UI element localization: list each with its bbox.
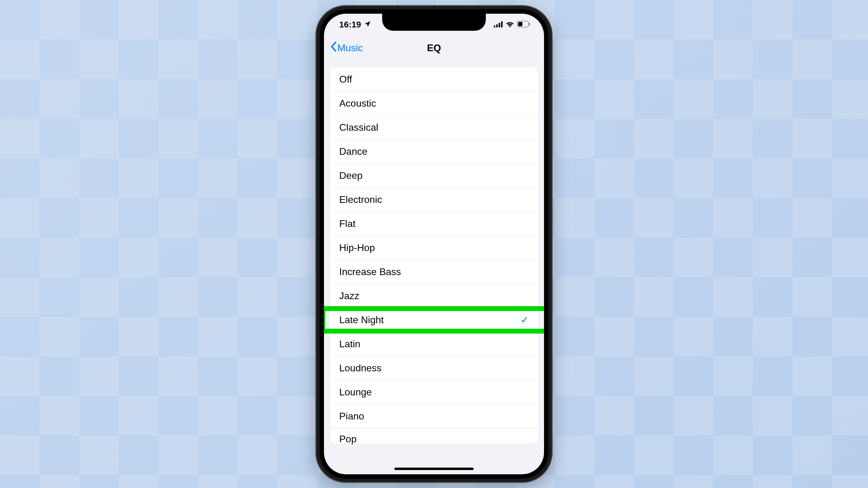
eq-option-label: Hip-Hop — [339, 242, 375, 254]
svg-rect-3 — [501, 21, 503, 27]
eq-option-row[interactable]: Classical — [330, 116, 538, 139]
cellular-signal-icon — [494, 20, 503, 30]
eq-option-label: Flat — [339, 218, 355, 229]
eq-option-row[interactable]: Hip-Hop — [330, 236, 538, 260]
status-time: 16:19 — [339, 20, 361, 30]
chevron-left-icon — [330, 41, 337, 54]
location-icon — [364, 20, 371, 30]
back-button[interactable]: Music — [330, 41, 363, 54]
eq-option-row[interactable]: Deep — [330, 164, 538, 188]
svg-rect-6 — [529, 23, 530, 25]
navigation-bar: Music EQ — [324, 36, 544, 60]
eq-option-label: Deep — [339, 170, 363, 181]
home-indicator[interactable] — [394, 467, 474, 470]
eq-option-label: Acoustic — [339, 98, 376, 109]
eq-option-label: Jazz — [339, 290, 359, 301]
eq-option-row[interactable]: Lounge — [330, 380, 538, 404]
eq-option-row[interactable]: Off — [330, 67, 538, 91]
eq-option-row[interactable]: Loudness — [330, 356, 538, 380]
eq-option-row[interactable]: Latin — [330, 332, 538, 356]
eq-option-label: Classical — [339, 122, 378, 133]
back-label: Music — [337, 42, 363, 54]
status-bar-right — [494, 20, 530, 30]
eq-option-row[interactable]: Increase Bass — [330, 260, 538, 284]
svg-rect-0 — [494, 26, 495, 27]
eq-option-row[interactable]: Jazz — [330, 284, 538, 308]
phone-screen: 16:19 — [324, 14, 544, 474]
eq-option-row[interactable]: Piano — [330, 404, 538, 428]
page-title: EQ — [427, 42, 441, 54]
phone-device-frame: 16:19 — [317, 6, 551, 482]
eq-option-label: Off — [339, 74, 352, 85]
eq-option-row[interactable]: Acoustic — [330, 91, 538, 116]
eq-option-label: Lounge — [339, 387, 372, 398]
eq-option-label: Latin — [339, 338, 360, 350]
wifi-icon — [506, 20, 514, 30]
svg-rect-1 — [496, 24, 498, 27]
checkmark-icon: ✓ — [521, 314, 529, 326]
phone-notch — [382, 14, 486, 31]
eq-option-label: Late Night — [339, 314, 384, 326]
eq-option-label: Pop — [339, 433, 356, 445]
settings-content: OffAcousticClassicalDanceDeepElectronicF… — [324, 60, 544, 444]
eq-option-row[interactable]: Flat — [330, 212, 538, 236]
eq-option-row[interactable]: Late Night✓ — [330, 308, 538, 332]
eq-option-label: Electronic — [339, 194, 382, 205]
eq-options-list: OffAcousticClassicalDanceDeepElectronicF… — [330, 67, 538, 444]
svg-rect-2 — [499, 23, 500, 27]
battery-icon — [517, 20, 530, 30]
eq-option-row[interactable]: Electronic — [330, 188, 538, 212]
eq-option-label: Piano — [339, 411, 364, 422]
eq-option-label: Increase Bass — [339, 266, 401, 278]
eq-option-label: Loudness — [339, 362, 381, 374]
eq-option-row[interactable]: Dance — [330, 139, 538, 164]
eq-option-label: Dance — [339, 146, 368, 157]
status-bar-left: 16:19 — [339, 20, 371, 30]
phone-inner-frame: 16:19 — [320, 9, 548, 479]
svg-rect-5 — [518, 22, 522, 26]
eq-option-row[interactable]: Pop — [330, 428, 538, 444]
